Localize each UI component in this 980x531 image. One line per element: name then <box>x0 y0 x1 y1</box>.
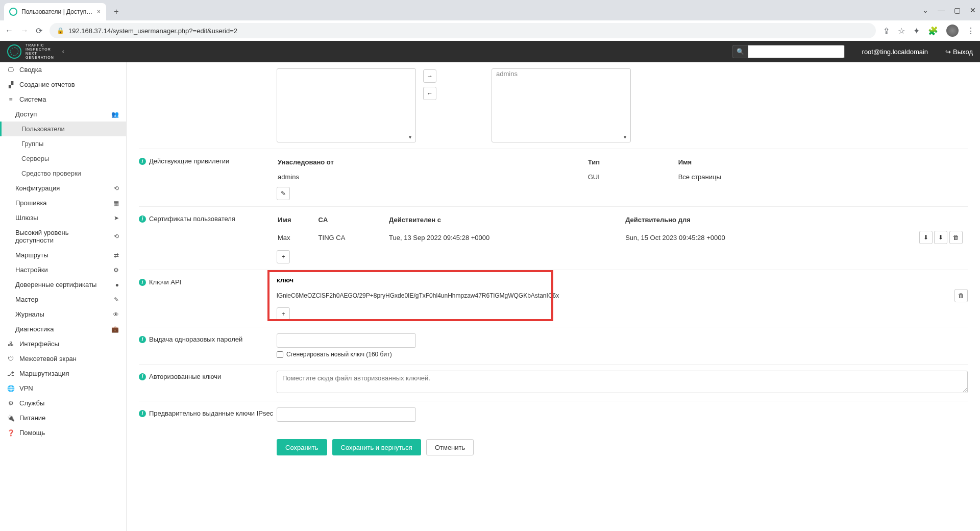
close-window-icon[interactable]: ✕ <box>970 6 976 14</box>
sidebar-item-ha[interactable]: Высокий уровень доступности⟲ <box>0 225 126 248</box>
new-tab-button[interactable]: + <box>109 5 124 19</box>
delete-key-button[interactable]: 🗑 <box>954 289 968 302</box>
search-input[interactable] <box>748 45 845 58</box>
delete-button[interactable]: 🗑 <box>949 231 963 244</box>
sidebar-item-power[interactable]: 🔌Питание <box>0 411 126 425</box>
briefcase-icon: 💼 <box>111 326 119 333</box>
puzzle-icon[interactable]: 🧩 <box>928 26 938 36</box>
col-ca: CA <box>318 214 388 228</box>
info-icon[interactable]: i <box>139 215 146 223</box>
otp-generate-checkbox[interactable] <box>277 351 283 358</box>
sidebar-item-firewall[interactable]: 🛡Межсетевой экран <box>0 351 126 366</box>
users-icon: 👥 <box>111 111 119 118</box>
cancel-button[interactable]: Отменить <box>426 439 474 455</box>
reload-button[interactable]: ⟳ <box>36 26 42 36</box>
chevron-down-icon[interactable]: ⌄ <box>922 6 928 14</box>
sidebar-item-reports[interactable]: ▞Создание отчетов <box>0 77 126 92</box>
sidebar-item-services[interactable]: ⚙Службы <box>0 396 126 411</box>
star-icon[interactable]: ☆ <box>898 26 905 36</box>
sidebar-item-settings[interactable]: Настройки⚙ <box>0 262 126 277</box>
search-wrap: 🔍 <box>732 45 845 58</box>
browser-tab[interactable]: Пользователи | Доступ | Систем × <box>4 3 106 20</box>
row-group-membership: ▾ → ← admins ▾ <box>139 62 968 149</box>
add-key-button[interactable]: + <box>277 307 290 321</box>
download-key-button[interactable]: ⬇ <box>934 231 947 244</box>
sidebar-item-servers[interactable]: Серверы <box>0 151 126 166</box>
sidebar-item-logs[interactable]: Журналы👁 <box>0 307 126 322</box>
dot-icon: ● <box>115 281 119 288</box>
row-ipsec: iПредварительно выданные ключи IPsec <box>139 401 968 428</box>
life-ring-icon: ❓ <box>7 429 14 437</box>
app-header: TRAFFICINSPECTORNEXTGENERATION ‹ 🔍 root@… <box>0 41 980 62</box>
logout-button[interactable]: ↪ Выход <box>945 48 973 56</box>
back-button[interactable]: ← <box>5 26 13 35</box>
sidebar-item-vpn[interactable]: 🌐VPN <box>0 381 126 396</box>
maximize-icon[interactable]: ▢ <box>954 6 961 14</box>
address-bar: ← → ⟳ 🔒 192.168.37.14/system_usermanager… <box>0 20 980 41</box>
search-button[interactable]: 🔍 <box>732 45 748 58</box>
eye-icon: 👁 <box>113 311 119 318</box>
col-name: Имя <box>278 214 317 228</box>
info-icon[interactable]: i <box>139 410 146 417</box>
chip-icon: ▦ <box>113 200 119 207</box>
sidebar-item-routing[interactable]: ⎇Маршрутизация <box>0 366 126 381</box>
sidebar-item-diag[interactable]: Диагностика💼 <box>0 322 126 336</box>
row-otp: iВыдача одноразовых паролей Сгенерироват… <box>139 327 968 364</box>
sidebar-item-access[interactable]: Доступ👥 <box>0 107 126 122</box>
chart-icon: ▞ <box>7 81 14 88</box>
magic-icon: ✎ <box>114 296 119 303</box>
list-item[interactable]: admins <box>492 69 630 79</box>
minimize-icon[interactable]: — <box>938 6 945 14</box>
move-left-button[interactable]: ← <box>423 87 436 100</box>
sync-icon: ⟲ <box>114 233 119 240</box>
window-controls: ⌄ — ▢ ✕ <box>922 0 976 20</box>
download-button[interactable]: ⬇ <box>919 231 933 244</box>
sidebar-item-gateways[interactable]: Шлюзы➤ <box>0 210 126 225</box>
info-icon[interactable]: i <box>139 373 146 380</box>
main-content: ▾ → ← admins ▾ iДействующие привилегии <box>127 62 980 531</box>
forward-button[interactable]: → <box>20 26 29 35</box>
col-name: Имя <box>678 156 967 170</box>
profile-avatar[interactable] <box>946 25 959 37</box>
chevron-down-icon: ▾ <box>624 134 626 140</box>
user-label: root@ting.localdomain <box>862 48 928 56</box>
sidebar-item-users[interactable]: Пользователи <box>0 122 126 136</box>
sidebar-item-routes[interactable]: Маршруты⇄ <box>0 248 126 262</box>
extensions-icon[interactable]: ✦ <box>913 26 920 36</box>
api-key-value: lGnieC6MeOZClSF2h0AEGO/29P+8pryHGxde0IE/… <box>277 292 954 299</box>
sidebar-item-interfaces[interactable]: 🖧Интерфейсы <box>0 336 126 351</box>
logo[interactable]: TRAFFICINSPECTORNEXTGENERATION <box>7 43 54 60</box>
add-button[interactable]: + <box>277 250 290 263</box>
ipsec-input[interactable] <box>277 407 416 422</box>
menu-icon[interactable]: ⋮ <box>967 26 975 36</box>
close-icon[interactable]: × <box>97 8 101 15</box>
info-icon[interactable]: i <box>139 158 146 165</box>
save-button[interactable]: Сохранить <box>277 439 327 455</box>
share-icon[interactable]: ⇪ <box>883 26 890 36</box>
sidebar-item-tester[interactable]: Средство проверки <box>0 166 126 181</box>
logo-text: TRAFFICINSPECTORNEXTGENERATION <box>26 43 54 60</box>
save-and-back-button[interactable]: Сохранить и вернуться <box>332 439 421 455</box>
lock-icon: 🔒 <box>57 27 64 34</box>
collapse-sidebar-button[interactable]: ‹ <box>62 48 64 55</box>
sidebar-item-summary[interactable]: 🖵Сводка <box>0 62 126 77</box>
row-api-keys: iКлючи API ключ lGnieC6MeOZClSF2h0AEGO/2… <box>139 270 968 327</box>
listbox-selected[interactable]: admins ▾ <box>492 68 631 142</box>
sidebar-item-trust[interactable]: Доверенные сертификаты● <box>0 277 126 292</box>
dual-list: ▾ → ← admins ▾ <box>277 68 968 142</box>
sidebar-item-help[interactable]: ❓Помощь <box>0 425 126 440</box>
move-right-button[interactable]: → <box>423 69 436 83</box>
auth-keys-textarea[interactable] <box>277 371 968 393</box>
sidebar-item-config[interactable]: Конфигурация⟲ <box>0 181 126 196</box>
sliders-icon: ≡ <box>7 96 14 103</box>
sidebar-item-system[interactable]: ≡Система <box>0 92 126 107</box>
sidebar-item-groups[interactable]: Группы <box>0 136 126 151</box>
otp-input[interactable] <box>277 333 416 348</box>
edit-button[interactable]: ✎ <box>277 187 290 200</box>
sidebar-item-wizard[interactable]: Мастер✎ <box>0 292 126 307</box>
info-icon[interactable]: i <box>139 336 146 343</box>
listbox-available[interactable]: ▾ <box>277 68 416 142</box>
sidebar-item-firmware[interactable]: Прошивка▦ <box>0 196 126 210</box>
url-input[interactable]: 🔒 192.168.37.14/system_usermanager.php?=… <box>50 23 876 38</box>
info-icon[interactable]: i <box>139 279 146 286</box>
